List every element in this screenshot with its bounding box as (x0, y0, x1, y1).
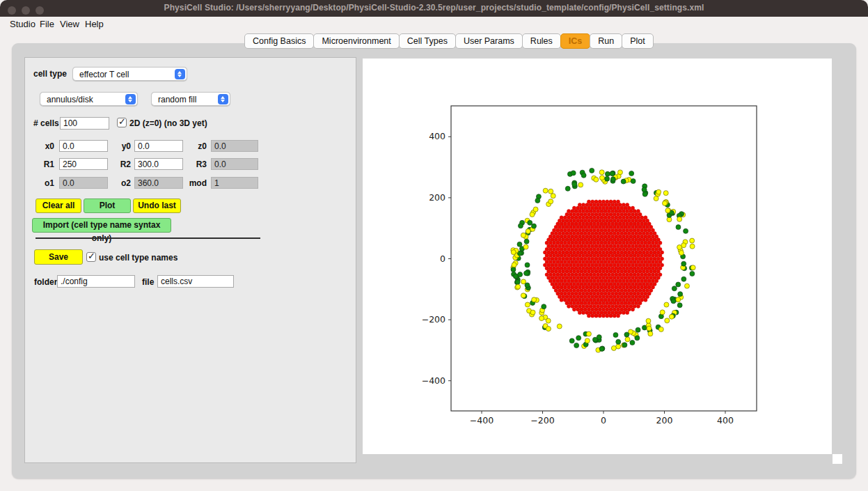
r2-input[interactable] (134, 158, 183, 170)
cell-type-label: cell type (33, 69, 67, 79)
tab-microenvironment[interactable]: Microenvironment (313, 33, 399, 49)
svg-text:400: 400 (717, 415, 734, 426)
undo-last-button[interactable]: Undo last (133, 198, 181, 213)
svg-text:−200: −200 (422, 314, 445, 325)
tab-cell-types[interactable]: Cell Types (399, 33, 456, 49)
tab-run[interactable]: Run (590, 33, 622, 49)
svg-text:−400: −400 (470, 415, 494, 426)
menu-file[interactable]: File (40, 19, 54, 29)
o1-label: o1 (32, 178, 54, 188)
cell-type-dropdown[interactable]: effector T cell (72, 67, 187, 81)
r3-label: R3 (180, 159, 207, 169)
fill-dropdown[interactable]: random fill (151, 92, 230, 106)
tab-config-basics[interactable]: Config Basics (244, 33, 314, 49)
z0-label: z0 (180, 141, 207, 151)
menu-bar: Studio File View Help (0, 17, 868, 32)
svg-text:200: 200 (656, 415, 673, 426)
num-cells-input[interactable] (60, 117, 109, 130)
svg-text:0: 0 (440, 254, 445, 264)
o2-field-disabled: 360.0 (134, 177, 183, 189)
use-cell-type-names-label: use cell type names (99, 253, 177, 263)
r2-label: R2 (109, 159, 131, 169)
plot-button[interactable]: Plot (84, 198, 131, 213)
menu-help[interactable]: Help (85, 19, 104, 29)
use-cell-type-names-checkbox[interactable]: ✓ (86, 252, 96, 262)
tab-bar: Config Basics Microenvironment Cell Type… (245, 33, 654, 49)
svg-text:400: 400 (429, 131, 445, 141)
z0-field-disabled: 0.0 (211, 140, 258, 152)
cells-scatter-plot: −400−20002004004002000−200−400 (363, 59, 832, 454)
dropdown-arrows-icon (218, 94, 228, 104)
import-button[interactable]: Import (cell type name syntax only) (32, 218, 171, 233)
file-input[interactable] (157, 275, 234, 288)
mod-field-disabled: 1 (211, 177, 258, 189)
geometry-dropdown[interactable]: annulus/disk (40, 92, 138, 106)
clear-all-button[interactable]: Clear all (35, 198, 81, 213)
title-bar: PhysiCell Studio: /Users/sherryyang/Desk… (0, 0, 868, 17)
r1-input[interactable] (59, 158, 108, 170)
y0-label: y0 (109, 141, 131, 151)
2d-checkbox[interactable]: ✓ (117, 118, 127, 127)
mod-label: mod (180, 178, 207, 188)
tab-ics[interactable]: ICs (560, 33, 590, 49)
tab-user-params[interactable]: User Params (455, 33, 523, 49)
num-cells-label: # cells (33, 118, 59, 128)
svg-text:200: 200 (429, 192, 445, 203)
window-title: PhysiCell Studio: /Users/sherryyang/Desk… (0, 3, 868, 13)
folder-label: folder (34, 277, 57, 287)
svg-text:−200: −200 (530, 415, 554, 426)
menu-view[interactable]: View (60, 19, 79, 29)
ics-controls-panel: cell type effector T cell annulus/disk r… (24, 57, 356, 463)
y0-input[interactable] (134, 140, 183, 152)
red-disk-points (543, 200, 663, 318)
folder-input[interactable] (57, 275, 135, 288)
menu-studio[interactable]: Studio (10, 19, 35, 29)
svg-text:0: 0 (601, 415, 606, 426)
2d-checkbox-label: 2D (z=0) (no 3D yet) (129, 118, 207, 128)
file-label: file (142, 277, 154, 287)
tab-rules[interactable]: Rules (522, 33, 561, 49)
dropdown-arrows-icon (125, 94, 136, 104)
svg-text:−400: −400 (422, 375, 445, 386)
dropdown-arrows-icon (175, 69, 185, 79)
save-button[interactable]: Save (34, 249, 83, 265)
x0-label: x0 (32, 141, 54, 151)
tab-plot[interactable]: Plot (622, 33, 654, 49)
separator-line (35, 237, 260, 239)
o2-label: o2 (109, 178, 131, 188)
r3-field-disabled: 0.0 (211, 158, 258, 170)
resize-grip[interactable] (833, 454, 842, 464)
o1-field-disabled: 0.0 (59, 177, 108, 189)
x0-input[interactable] (59, 140, 108, 152)
ics-plot-canvas: −400−20002004004002000−200−400 (363, 59, 832, 454)
r1-label: R1 (32, 159, 54, 169)
